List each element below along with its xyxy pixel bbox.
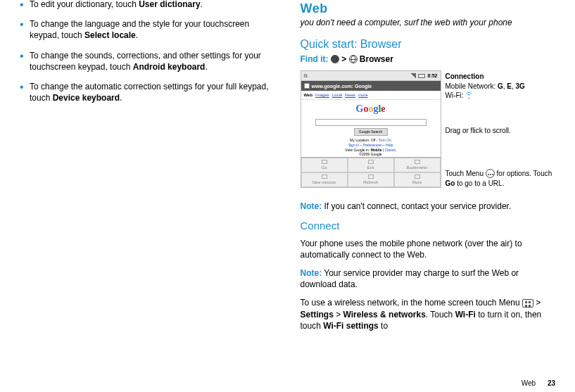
section-tagline: you don't need a computer, surf the web … bbox=[301, 17, 556, 28]
note-paragraph: Note: If you can't connect, contact your… bbox=[301, 201, 556, 212]
tab-news: News bbox=[345, 92, 355, 98]
note-paragraph: Note: Your service provider may charge t… bbox=[301, 267, 556, 290]
signin-line: Sign in – Preferences – Help bbox=[301, 143, 441, 148]
bullet-list: To edit your dictionary, touch User dict… bbox=[20, 0, 275, 103]
menu-go: Go bbox=[301, 158, 348, 172]
wifi-paragraph: To use a wireless network, in the home s… bbox=[301, 297, 556, 331]
annotation-line: Wi-Fi: bbox=[446, 91, 556, 101]
bullet-item: To change the sounds, corrections, and o… bbox=[20, 50, 275, 72]
section-title: Web bbox=[301, 0, 556, 17]
text: . bbox=[120, 93, 122, 103]
menu-exit: Exit bbox=[348, 158, 394, 172]
menu-new-window: New window bbox=[301, 172, 348, 187]
menu-bookmarks: Bookmarks bbox=[394, 158, 441, 172]
page-footer: Web 23 bbox=[522, 379, 555, 388]
find-it-label: Find it: bbox=[301, 54, 329, 64]
annotation-drag: Drag or flick to scroll. bbox=[446, 126, 556, 136]
tab-web: Web bbox=[304, 92, 313, 98]
signal-icon bbox=[410, 73, 416, 79]
menu-box-icon bbox=[522, 299, 533, 308]
menu-refresh: Refresh bbox=[348, 172, 394, 187]
footer-section: Web bbox=[522, 379, 536, 387]
wifi-icon bbox=[465, 93, 472, 99]
term-user-dictionary: User dictionary bbox=[139, 0, 200, 9]
connect-heading: Connect bbox=[301, 219, 556, 233]
note-body: Your service provider may charge to surf… bbox=[301, 268, 519, 289]
url-bar: www.google.com: Google bbox=[301, 81, 441, 91]
text: To change the language and the style for… bbox=[30, 19, 249, 40]
note-body: If you can't connect, contact your servi… bbox=[322, 201, 511, 211]
find-it-path: Find it: > Browser bbox=[301, 53, 556, 65]
text: To edit your dictionary, touch bbox=[30, 0, 139, 9]
text: . bbox=[136, 30, 138, 40]
google-tabs: Web Images Local News more bbox=[301, 91, 441, 100]
bookmarks-icon bbox=[415, 160, 420, 164]
signal-type: G bbox=[304, 72, 308, 79]
find-it-target: Browser bbox=[360, 54, 393, 64]
left-column: To edit your dictionary, touch User dict… bbox=[0, 0, 288, 392]
view-line: View Google in: Mobile | Classic bbox=[301, 148, 441, 153]
annotation-title: Connection bbox=[446, 72, 556, 82]
more-icon bbox=[415, 175, 420, 179]
tab-more: more bbox=[358, 92, 368, 98]
newwindow-icon bbox=[322, 175, 327, 179]
page-number: 23 bbox=[548, 379, 555, 387]
right-column: Web you don't need a computer, surf the … bbox=[288, 0, 576, 392]
annotation-line: Mobile Network: G, E, 3G bbox=[446, 82, 556, 91]
battery-icon bbox=[418, 74, 425, 78]
note-label: Note: bbox=[301, 201, 322, 211]
note-label: Note: bbox=[301, 268, 322, 278]
browser-icon bbox=[349, 55, 358, 63]
annotation-connection: Connection Mobile Network: G, E, 3G Wi-F… bbox=[446, 72, 556, 101]
quickstart-heading: Quick start: Browser bbox=[301, 37, 556, 52]
search-button: Google Search bbox=[354, 128, 388, 136]
exit-icon bbox=[368, 160, 374, 164]
term-select-locale: Select locale bbox=[84, 30, 136, 40]
diagram-annotations: Connection Mobile Network: G, E, 3G Wi-F… bbox=[446, 70, 556, 194]
bullet-item: To change the automatic correction setti… bbox=[20, 81, 275, 103]
clock: 8:52 bbox=[427, 72, 437, 79]
bullet-item: To edit your dictionary, touch User dict… bbox=[20, 0, 275, 10]
copyright-line: ©2009 Google bbox=[301, 152, 441, 157]
annotation-menu: Touch Menu for options. Touch Go to go t… bbox=[446, 169, 556, 188]
term-android-keyboard: Android keyboard bbox=[133, 62, 206, 72]
tab-local: Local bbox=[332, 92, 342, 98]
text: . bbox=[205, 62, 207, 72]
location-line: My Location: Off - Turn On bbox=[301, 138, 441, 143]
separator: > bbox=[339, 54, 349, 64]
browser-menu-panel: Go Exit Bookmarks New window Refresh Mor… bbox=[301, 157, 441, 187]
refresh-icon bbox=[368, 175, 374, 179]
search-box bbox=[315, 119, 426, 126]
menu-icon bbox=[486, 169, 495, 178]
tab-images: Images bbox=[315, 92, 329, 98]
bullet-item: To change the language and the style for… bbox=[20, 18, 275, 41]
favicon-icon bbox=[304, 83, 310, 89]
text: . bbox=[201, 0, 203, 9]
home-icon bbox=[331, 55, 339, 63]
browser-diagram: G 8:52 www.google.com: Google Web Images… bbox=[301, 70, 556, 194]
term-device-keyboard: Device keyboard bbox=[53, 93, 120, 103]
connect-paragraph: Your phone uses the mobile phone network… bbox=[301, 238, 556, 260]
url-text: www.google.com: Google bbox=[312, 83, 372, 89]
go-icon bbox=[322, 160, 327, 164]
google-logo: Google bbox=[301, 100, 441, 119]
menu-more: More bbox=[394, 172, 441, 187]
status-bar: G 8:52 bbox=[301, 71, 441, 81]
phone-mockup: G 8:52 www.google.com: Google Web Images… bbox=[301, 70, 441, 188]
